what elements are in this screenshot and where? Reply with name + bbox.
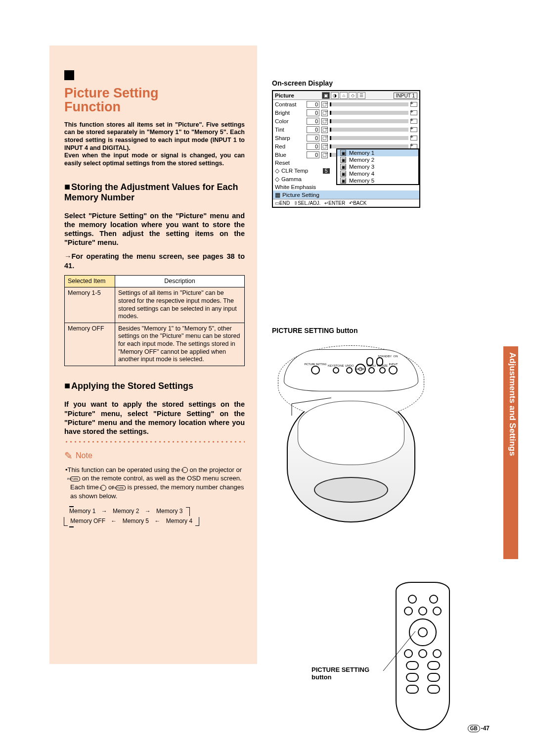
- heading-applying-text: Applying the Stored Settings: [71, 381, 193, 391]
- osd-foot-label: ENTER: [328, 200, 345, 206]
- osd-item-label: Blue: [275, 152, 305, 158]
- osd-item-value: 0: [307, 135, 319, 142]
- osd-item-value: 0: [307, 151, 319, 158]
- osd-item-label: Bright: [275, 110, 305, 116]
- button-round-icon: [346, 367, 353, 374]
- note-body: •This function can be operated using the…: [64, 466, 245, 500]
- osd-mem-opt3: ▣Memory 3: [337, 163, 418, 170]
- panel-dpad: ENTER: [355, 364, 366, 375]
- td-memoff-label: Memory OFF: [65, 323, 115, 366]
- panel-top-labels: STANDBY ON: [305, 355, 398, 358]
- section-mark-icon: [64, 70, 74, 80]
- left-column: Picture Setting Function This function s…: [49, 46, 257, 664]
- td-mem15-label: Memory 1-5: [65, 287, 115, 323]
- osd-item-label: Color: [275, 118, 305, 124]
- svg-line-1: [292, 398, 331, 404]
- osd-mem-opt4: ▣Memory 4: [337, 170, 418, 177]
- osd-wrapper: Picture ▣ ◑ ⌂ ◇ ☰ INPUT 1 Contrast0▢ Bri…: [272, 90, 470, 208]
- osd-item-label: Tint: [275, 127, 305, 133]
- page: Adjustments and Settings Picture Setting…: [0, 0, 534, 756]
- td-mem15-desc: Settings of all items in "Picture" can b…: [115, 287, 244, 323]
- osd-mem-label: Memory 4: [349, 171, 374, 177]
- osd-mem-opt1: ▣Memory 1: [337, 149, 418, 156]
- cycle-mem4: Memory 4: [166, 518, 192, 524]
- memory-table: Selected Item Description Memory 1-5 Set…: [64, 275, 245, 366]
- button-icon: ◎: [182, 467, 188, 473]
- side-tab: Adjustments and Settings: [503, 346, 518, 559]
- side-tab-text: Adjustments and Settings: [504, 352, 517, 553]
- osd-header: Picture ▣ ◑ ⌂ ◇ ☰ INPUT 1: [273, 91, 419, 100]
- osd-row-tint: Tint0▢: [273, 125, 419, 134]
- storing-ref: →For operating the menu screen, see page…: [64, 252, 245, 270]
- heading-storing: ■Storing the Adjustment Values for Each …: [64, 181, 245, 202]
- square-bullet-icon: ■: [64, 181, 70, 192]
- slider-bar: [330, 119, 408, 123]
- osd-mem-label: Memory 5: [349, 178, 374, 184]
- button-round-icon: [311, 366, 320, 375]
- panel-btn-label: KEYSTONE: [328, 364, 344, 367]
- note-icon: ✎: [64, 450, 73, 462]
- osd-foot-back: ↶BACK: [349, 200, 366, 206]
- button-round-icon: [333, 367, 339, 374]
- check-icon: ▣: [340, 178, 346, 184]
- osd-item-value: 0: [307, 109, 319, 116]
- button-round-icon: [389, 366, 398, 375]
- panel-zoom: STANDBY ON PICTURE SETTING KEYSTONE UNDO…: [284, 349, 418, 391]
- note-heading: ✎ Note: [64, 450, 245, 462]
- osd-foot-sel: ⇳SEL./ADJ.: [294, 200, 320, 206]
- panel-btn-input: INPUT: [389, 363, 398, 375]
- osd-white-label: White Emphasis: [275, 184, 316, 190]
- title-line1: Picture Setting: [64, 86, 159, 100]
- page-number: GB-47: [468, 725, 490, 732]
- osd-foot-label: SEL./ADJ.: [298, 200, 320, 206]
- square-bullet-icon: ■: [64, 380, 70, 391]
- osd-mem-opt5: ▣Memory 5: [337, 177, 418, 184]
- main-title: Picture Setting Function: [64, 86, 245, 114]
- panel-btn-keystone: KEYSTONE: [328, 364, 344, 374]
- cycle-mem5: Memory 5: [123, 518, 149, 524]
- arrow-right-icon: →: [141, 506, 155, 516]
- tab-icon: ◑: [331, 92, 339, 99]
- osd-foot-label: BACK: [353, 200, 366, 206]
- arrow-right-icon: →: [97, 506, 111, 516]
- enter-icon: ENTER: [358, 367, 362, 371]
- tab-icon: ☰: [357, 92, 365, 99]
- osd-reset-label: Reset: [275, 160, 305, 166]
- cycle-row2: Memory OFF ← Memory 5 ← Memory 4: [69, 516, 245, 526]
- note-seg2: on the projector or: [189, 466, 242, 473]
- slider-bar: [330, 144, 408, 148]
- slider-bar: [330, 111, 408, 115]
- bracket-right-icon: [186, 507, 190, 516]
- osd-item-label: Contrast: [275, 101, 305, 107]
- leader-lines: [272, 394, 470, 740]
- osd-item-value: 0: [307, 118, 319, 125]
- slider-bar: [330, 136, 408, 140]
- osd-tab-icons: ▣ ◑ ⌂ ◇ ☰: [322, 92, 365, 99]
- note-label: Note: [76, 451, 92, 460]
- check-icon: ▣: [340, 157, 346, 163]
- tab-icon: ▣: [322, 92, 330, 99]
- osd-mem-label: Memory 2: [349, 157, 374, 163]
- arrow-left-icon: ←: [150, 516, 164, 526]
- heading-applying: ■Applying the Stored Settings: [64, 380, 245, 391]
- on-button-icon: [376, 357, 383, 366]
- cycle-mem2: Memory 2: [113, 508, 139, 515]
- panel-btn-psetting: PICTURE SETTING: [305, 363, 327, 375]
- standby-button-icon: [366, 357, 373, 366]
- osd-mem-label: Memory 1: [349, 150, 374, 156]
- osd-row-bright: Bright0▢: [273, 108, 419, 117]
- cycle-memoff: Memory OFF: [70, 518, 105, 524]
- slider-bar: [330, 102, 408, 106]
- osd-mem-label: Memory 3: [349, 164, 374, 170]
- osd-clr-value: 5: [323, 168, 330, 174]
- tab-icon: ⌂: [340, 92, 348, 99]
- tab-icon: ◇: [349, 92, 356, 99]
- check-icon: ▣: [340, 164, 346, 170]
- osd-input-badge: INPUT 1: [394, 93, 417, 99]
- osd-item-value: 0: [307, 143, 319, 150]
- osd-label: On-screen Display: [272, 79, 470, 87]
- button-icon: PICTURE: [116, 485, 126, 490]
- button-icon: PICTURE: [70, 476, 80, 481]
- button-icon: ◎: [100, 485, 106, 491]
- panel-btn-undo: UNDO: [345, 364, 354, 374]
